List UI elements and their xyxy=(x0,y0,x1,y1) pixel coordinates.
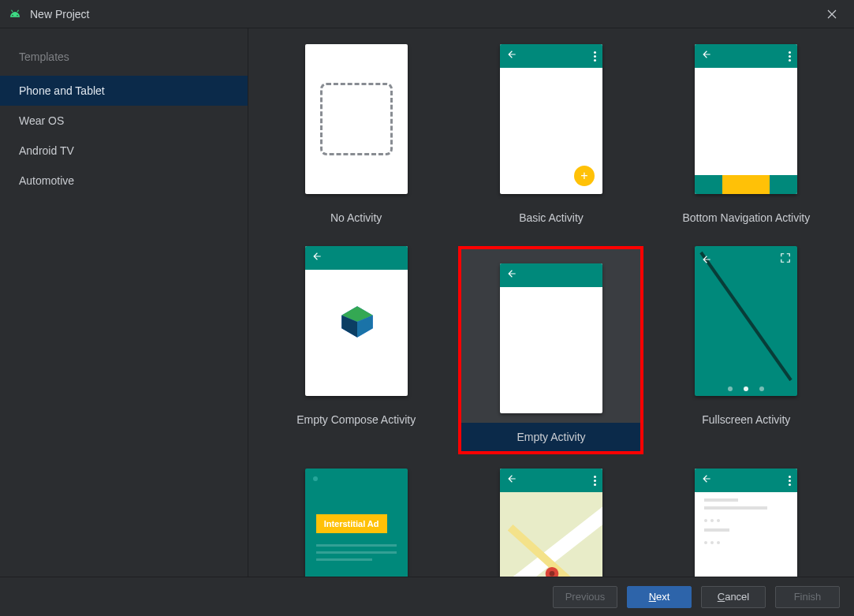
back-arrow-icon xyxy=(506,268,517,282)
dashed-box-icon xyxy=(320,83,393,155)
template-no-activity[interactable]: No Activity xyxy=(263,44,449,232)
expand-icon xyxy=(780,252,791,267)
svg-line-8 xyxy=(701,252,791,380)
template-basic-activity[interactable]: + Basic Activity xyxy=(458,44,643,232)
back-arrow-icon xyxy=(506,49,517,63)
main-content: Templates Phone and Tablet Wear OS Andro… xyxy=(0,28,854,577)
template-interstitial-ad[interactable]: Interstitial Ad Interstitial Ad xyxy=(263,469,449,577)
back-arrow-icon xyxy=(506,473,517,487)
back-arrow-icon xyxy=(311,251,323,265)
template-thumb xyxy=(500,263,602,413)
kebab-menu-icon xyxy=(789,51,791,62)
pager-dots xyxy=(695,386,797,391)
svg-line-3 xyxy=(17,9,19,11)
fab-icon: + xyxy=(574,166,595,186)
template-thumb xyxy=(695,469,797,577)
template-empty-compose[interactable]: Empty Compose Activity xyxy=(263,246,449,454)
back-arrow-icon xyxy=(701,254,712,268)
template-thumb xyxy=(695,44,797,194)
back-arrow-icon xyxy=(701,49,712,63)
template-fullscreen[interactable]: Fullscreen Activity xyxy=(654,246,839,454)
template-thumb xyxy=(695,246,797,396)
template-google-maps[interactable]: Google Maps Activity xyxy=(458,469,643,577)
cancel-button[interactable]: Cancel xyxy=(701,586,766,608)
svg-line-2 xyxy=(12,9,13,11)
close-icon xyxy=(827,9,837,19)
back-arrow-icon xyxy=(701,473,712,487)
titlebar: New Project xyxy=(0,0,854,28)
android-studio-icon xyxy=(8,9,22,20)
template-thumb: Interstitial Ad xyxy=(305,469,408,577)
template-label: Basic Activity xyxy=(458,203,643,232)
kebab-menu-icon xyxy=(594,476,596,486)
sidebar-item-android-tv[interactable]: Android TV xyxy=(0,136,248,166)
sidebar-item-phone-tablet[interactable]: Phone and Tablet xyxy=(0,76,248,106)
previous-button[interactable]: Previous xyxy=(553,586,617,608)
map-pin-icon xyxy=(544,567,560,577)
template-thumb xyxy=(305,246,408,396)
template-thumb xyxy=(305,44,408,194)
template-label: No Activity xyxy=(263,203,449,232)
svg-point-1 xyxy=(17,14,18,16)
svg-point-9 xyxy=(550,571,555,577)
sidebar-header: Templates xyxy=(0,43,248,76)
template-master-detail[interactable]: Master/Detail Flow xyxy=(654,469,839,577)
finish-button[interactable]: Finish xyxy=(775,586,840,608)
template-gallery[interactable]: No Activity + Basic Activity Bottom Navi… xyxy=(248,28,854,577)
kebab-menu-icon xyxy=(594,51,596,62)
template-thumb: + xyxy=(500,44,602,194)
template-label: Empty Activity xyxy=(461,423,640,451)
sidebar-item-automotive[interactable]: Automotive xyxy=(0,166,248,196)
sidebar: Templates Phone and Tablet Wear OS Andro… xyxy=(0,28,248,577)
window-title: New Project xyxy=(30,8,89,21)
template-thumb xyxy=(500,469,602,577)
template-label: Empty Compose Activity xyxy=(263,405,449,434)
ad-banner-label: Interstitial Ad xyxy=(316,514,387,533)
jetpack-compose-icon xyxy=(337,301,378,342)
close-button[interactable] xyxy=(818,0,846,28)
template-label: Fullscreen Activity xyxy=(654,405,839,434)
template-label: Bottom Navigation Activity xyxy=(654,203,839,232)
template-empty-activity[interactable]: Empty Activity xyxy=(458,246,643,454)
kebab-menu-icon xyxy=(789,476,791,486)
footer: Previous Next Cancel Finish xyxy=(0,577,854,616)
sidebar-item-wear-os[interactable]: Wear OS xyxy=(0,106,248,136)
svg-point-0 xyxy=(12,14,13,16)
template-bottom-navigation[interactable]: Bottom Navigation Activity xyxy=(654,44,839,232)
next-button[interactable]: Next xyxy=(627,586,692,608)
